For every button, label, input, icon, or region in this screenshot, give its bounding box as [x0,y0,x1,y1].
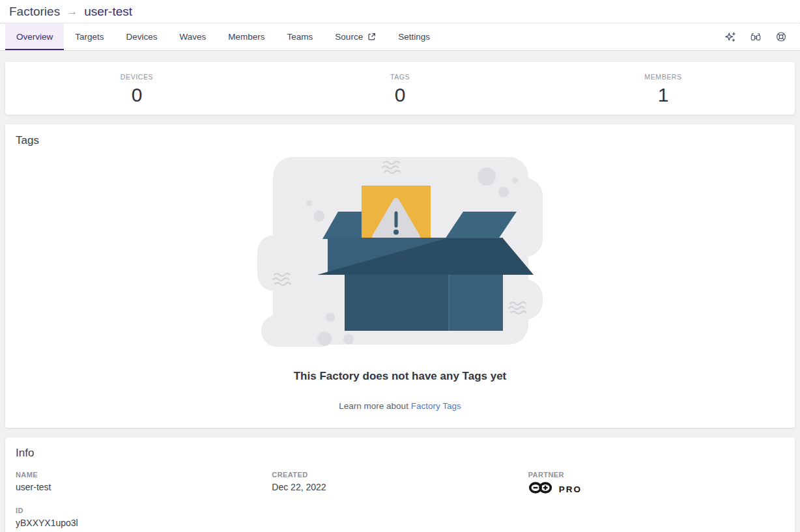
tags-empty-state: This Factory does not have any Tags yet … [16,147,784,411]
tab-bar: Overview Targets Devices Waves Members T… [0,23,800,51]
factory-tags-link[interactable]: Factory Tags [411,401,461,411]
stat-tags-value: 0 [268,84,532,106]
tags-card-title: Tags [16,134,784,147]
stat-devices: DEVICES 0 [5,73,268,106]
id-label: ID [16,507,272,514]
binoculars-icon[interactable] [750,31,762,43]
partner-label: PARTNER [528,471,784,479]
tab-devices[interactable]: Devices [115,23,169,50]
info-card-title: Info [16,447,784,460]
tab-waves[interactable]: Waves [169,23,218,50]
stat-members-value: 1 [532,84,795,106]
breadcrumb-arrow-icon: → [66,5,78,18]
partner-logo-row: PRO [528,481,784,497]
stat-tags-label: TAGS [268,73,532,81]
empty-state-subtext: Learn more about Factory Tags [339,401,461,411]
sparkles-icon[interactable] [724,31,736,43]
stat-devices-value: 0 [5,84,268,106]
info-field-id: ID yBXXYX1upo3l [16,507,272,528]
learn-more-text: Learn more about [339,401,410,411]
stat-devices-label: DEVICES [5,73,268,81]
stat-tags: TAGS 0 [268,73,532,106]
info-field-name: NAME user-test [16,471,272,497]
tab-targets[interactable]: Targets [64,23,115,50]
empty-state-title: This Factory does not have any Tags yet [294,370,507,383]
stat-members-label: MEMBERS [532,73,795,81]
tab-overview[interactable]: Overview [5,23,64,50]
tab-teams[interactable]: Teams [276,23,324,50]
stats-card: DEVICES 0 TAGS 0 MEMBERS 1 [5,62,795,115]
stat-members: MEMBERS 1 [532,73,795,106]
tab-members[interactable]: Members [217,23,276,50]
external-link-icon [367,33,376,41]
tab-bar-actions [724,23,800,50]
breadcrumb-current-factory: user-test [84,5,132,19]
name-label: NAME [16,471,272,479]
id-value: yBXXYX1upo3l [16,518,272,528]
breadcrumb: Factories → user-test [0,0,800,23]
info-field-partner: PARTNER PRO [528,471,784,497]
empty-box-illustration [257,153,543,350]
help-icon[interactable] [775,31,787,43]
created-label: CREATED [272,471,528,479]
created-value: Dec 22, 2022 [272,482,528,492]
name-value: user-test [16,482,272,492]
tags-card: Tags [5,124,795,428]
arduino-infinity-logo-icon [528,481,554,497]
info-grid: NAME user-test CREATED Dec 22, 2022 PART… [16,471,784,528]
breadcrumb-factories[interactable]: Factories [9,5,60,19]
info-field-created: CREATED Dec 22, 2022 [272,471,528,497]
tab-source[interactable]: Source [324,23,387,50]
top-bar: Factories → user-test Overview Targets D… [0,0,800,51]
page-content: DEVICES 0 TAGS 0 MEMBERS 1 Tags [0,51,800,532]
info-card: Info NAME user-test CREATED Dec 22, 2022… [5,438,795,532]
tab-settings[interactable]: Settings [387,23,441,50]
partner-pro-text: PRO [559,484,582,494]
